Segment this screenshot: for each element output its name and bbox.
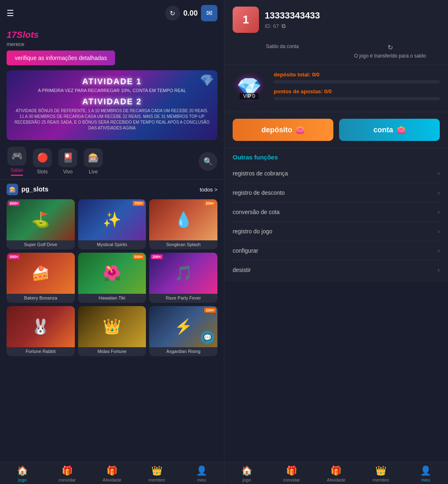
right-nav-atividade-label: Atividade: [327, 477, 345, 482]
live-label: Live: [89, 169, 98, 175]
game-badge-bakery: 500×: [8, 254, 20, 259]
banner-content: ATIVIDADE 1 A PRIMEIRA VEZ PARA RECARREG…: [13, 77, 211, 131]
game-label-mystical: Mystical Spirits: [78, 240, 146, 249]
desconto-arrow-icon: ›: [438, 189, 440, 196]
desistir-label: desistir: [233, 267, 251, 273]
chat-overlay-icon: 💬: [201, 331, 214, 344]
game-card-rave[interactable]: 🎵 200× Rave Party Fever: [149, 253, 217, 303]
right-nav-atividade[interactable]: 🎁 Atividade: [314, 466, 359, 482]
apostas-progress-bar: [274, 97, 440, 100]
salao-label: Salao: [11, 167, 23, 173]
game-card-asgard[interactable]: ⚡ 100× 💬 Asgardian Rising: [149, 306, 217, 356]
game-card-golf[interactable]: ⛳ 600× Super Golf Drive: [7, 199, 75, 249]
game-thumb-midas: 👑: [78, 306, 146, 347]
game-badge-asgard: 100×: [204, 308, 216, 313]
game-thumb-asgard: ⚡ 100× 💬: [149, 306, 217, 347]
user-header: 1 13333343433 ID: 67 ⧉: [224, 0, 448, 38]
configurar-label: configurar: [233, 247, 258, 254]
right-nav-convidar[interactable]: 🎁 convidar: [269, 466, 314, 482]
user-avatar: 1: [233, 7, 259, 33]
right-bottom-nav: 🏠 jogo 🎁 convidar 🎁 Atividade 👑 membro 👤…: [224, 462, 448, 484]
left-bottom-nav: 🏠 jogo 🎁 convidar 🎁 Atividade 👑 membro 👤…: [0, 462, 224, 484]
user-phone: 13333343433: [265, 10, 440, 21]
user-id-text: ID: 67: [265, 23, 279, 29]
conta-wallet-icon: 👛: [397, 125, 406, 134]
game-card-bakery[interactable]: 🍰 500× Bakery Bonanza: [7, 253, 75, 303]
function-desconto[interactable]: registro de desconto ›: [233, 183, 440, 203]
game-card-midas[interactable]: 👑 Midas Fortune: [78, 306, 146, 356]
game-card-hawaiian[interactable]: 🌺 500× Hawaiian Tiki: [78, 253, 146, 303]
other-functions-title: Outras funções: [233, 154, 440, 161]
nav-membro[interactable]: 👑 membro: [134, 466, 179, 482]
avatar-number: 1: [242, 13, 249, 26]
left-panel: ☰ ↻ 0.00 ✉ 17Slots merece verifique as i…: [0, 0, 224, 484]
function-cota[interactable]: conversão de cota ›: [233, 203, 440, 222]
category-salao[interactable]: 🎮 Salao: [7, 147, 27, 176]
right-user-icon: 👤: [420, 466, 431, 476]
message-button[interactable]: ✉: [201, 5, 217, 21]
cota-label: conversão de cota: [233, 209, 279, 215]
game-thumb-hawaiian: 🌺 500×: [78, 253, 146, 294]
game-card-mystical[interactable]: ✨ 700× Mystical Spirits: [78, 199, 146, 249]
hamburger-icon[interactable]: ☰: [7, 8, 14, 18]
right-panel: 1 13333343433 ID: 67 ⧉ Saldo da conta ↻ …: [224, 0, 448, 484]
brand-number: 17: [7, 30, 16, 40]
right-gift-icon: 🎁: [286, 466, 297, 476]
game-card-fortune[interactable]: 🐰 Fortune Rabbit: [7, 306, 75, 356]
game-thumb-songkran: 💧 200×: [149, 199, 217, 240]
nav-convidar[interactable]: 🎁 convidar: [45, 466, 90, 482]
salao-underline: [11, 175, 23, 176]
right-nav-membro[interactable]: 👑 membro: [358, 466, 403, 482]
salao-icon: 🎮: [7, 147, 26, 166]
cota-arrow-icon: ›: [438, 208, 440, 216]
banner-activity2-sub: ATIVIDADE BÔNUS DE REFERENTE, 1 A 10 MEM…: [13, 108, 211, 131]
right-nav-membro-label: membro: [373, 477, 389, 482]
copy-icon[interactable]: ⧉: [282, 23, 286, 30]
right-nav-meu[interactable]: 👤 meu: [403, 466, 448, 482]
balance-display: 0.00: [183, 9, 198, 18]
balance-refresh-icon[interactable]: ↻: [388, 44, 393, 51]
right-atividade-icon: 🎁: [330, 466, 342, 476]
todos-button[interactable]: todos >: [200, 187, 217, 193]
nav-atividade[interactable]: 🎁 Atividade: [90, 466, 134, 482]
gift-icon: 🎁: [62, 466, 73, 476]
vip-apostas-row: pontos de apostas: 0/0: [274, 88, 440, 100]
vip-deposito-row: depósito total: 0/0: [274, 71, 440, 83]
vip-level-label: VIP 0: [240, 93, 258, 99]
game-badge-mystical: 700×: [133, 201, 144, 206]
user-id: ID: 67 ⧉: [265, 23, 440, 30]
saldo-label: Saldo da conta: [266, 44, 299, 49]
nav-meu[interactable]: 👤 meu: [179, 466, 224, 482]
function-desistir[interactable]: desistir ›: [233, 260, 440, 279]
apostas-label-text: pontos de apostas:: [274, 88, 323, 94]
cobranca-arrow-icon: ›: [438, 170, 440, 177]
refresh-button[interactable]: ↻: [165, 6, 180, 21]
category-live[interactable]: 🎰 Live: [83, 148, 104, 175]
function-cobranca[interactable]: registros de cobrança ›: [233, 164, 440, 183]
deposit-button[interactable]: depósito 👛: [233, 119, 333, 141]
conta-button[interactable]: conta 👛: [339, 119, 440, 141]
action-buttons: depósito 👛 conta 👛: [224, 112, 448, 148]
function-configurar[interactable]: configurar ›: [233, 241, 440, 260]
game-badge-hawaiian: 500×: [133, 254, 144, 259]
apostas-value-text: 0/0: [324, 88, 332, 94]
nav-meu-label: meu: [197, 477, 206, 482]
promo-button[interactable]: verifique as informações detalhadas: [7, 51, 115, 65]
atividade-icon: 🎁: [106, 466, 118, 476]
home-icon: 🏠: [17, 466, 28, 476]
game-card-songkran[interactable]: 💧 200× Songkran Splash: [149, 199, 217, 249]
promo-section: 17Slots merece verifique as informações …: [0, 26, 224, 67]
right-nav-jogo[interactable]: 🏠 jogo: [224, 466, 269, 482]
jogo-arrow-icon: ›: [438, 228, 440, 235]
category-slots[interactable]: 🔴 Slots: [32, 148, 53, 175]
vivo-label: Vivo: [63, 169, 72, 175]
balance-item-transfer: ↻ O jogo é transferido para o saldo: [340, 44, 440, 59]
nav-jogo[interactable]: 🏠 jogo: [0, 466, 45, 482]
brand-slots: Slots: [16, 30, 39, 40]
right-crown-icon: 👑: [375, 466, 386, 476]
search-button[interactable]: 🔍: [199, 152, 217, 171]
nav-atividade-label: Atividade: [103, 477, 121, 482]
category-vivo[interactable]: 🎴 Vivo: [58, 148, 78, 175]
function-jogo[interactable]: registro do jogo ›: [233, 222, 440, 241]
promo-subtitle: merece: [7, 41, 217, 47]
